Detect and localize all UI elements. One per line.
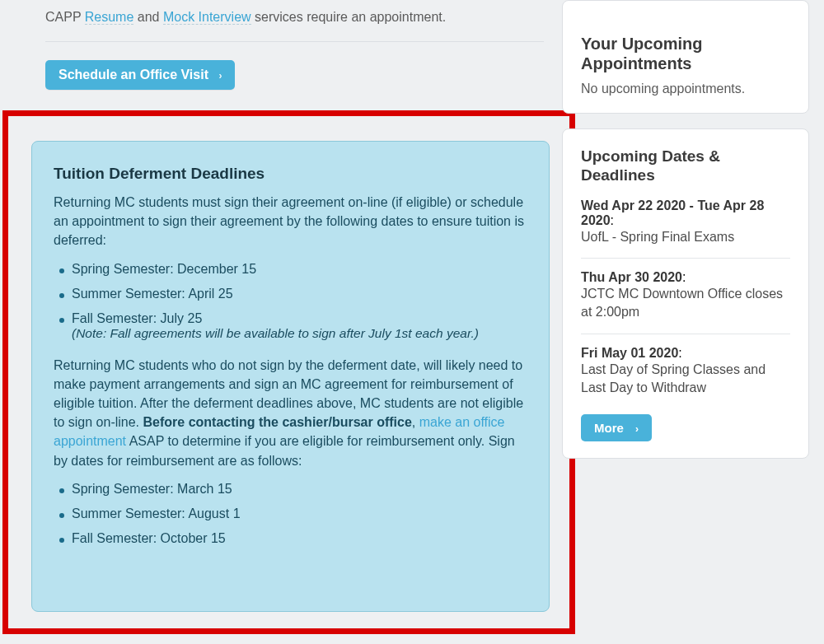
intro-text: CAPP Resume and Mock Interview services …: [45, 10, 544, 25]
colon: :: [682, 270, 686, 284]
panel-heading: Tuition Deferment Deadlines: [54, 165, 527, 183]
deadline-date: Wed Apr 22 2020 - Tue Apr 28 2020: [581, 198, 764, 227]
mock-interview-link[interactable]: Mock Interview: [163, 10, 251, 25]
intro-prefix: CAPP: [45, 10, 85, 24]
list-item-note: (Note: Fall agreements will be available…: [72, 326, 527, 341]
more-button-label: More: [594, 421, 624, 435]
colon: :: [678, 346, 681, 360]
list-item: Summer Semester: April 25: [54, 287, 527, 301]
list-item: Fall Semester: July 25 (Note: Fall agree…: [54, 311, 527, 341]
intro-suffix: services require an appointment.: [251, 10, 447, 24]
list-item: Fall Semester: October 15: [54, 531, 527, 546]
upcoming-deadlines-card: Upcoming Dates & Deadlines Wed Apr 22 20…: [562, 128, 809, 459]
list-item-text: Fall Semester: July 25: [72, 311, 202, 325]
deadline-date: Fri May 01 2020: [581, 346, 678, 360]
main-column: CAPP Resume and Mock Interview services …: [45, 0, 544, 90]
chevron-right-icon: ›: [635, 423, 639, 435]
deadline-item: Fri May 01 2020: Last Day of Spring Clas…: [581, 334, 790, 409]
schedule-office-visit-button[interactable]: Schedule an Office Visit ›: [45, 60, 235, 90]
chevron-right-icon: ›: [218, 70, 222, 82]
panel-second-paragraph: Returning MC students who do not sign by…: [54, 356, 527, 470]
list-item: Spring Semester: March 15: [54, 482, 527, 497]
appointments-empty-text: No upcoming appointments.: [581, 82, 790, 96]
panel-intro-paragraph: Returning MC students must sign their ag…: [54, 193, 527, 250]
sidebar: Your Upcoming Appointments No upcoming a…: [562, 0, 809, 474]
list-item: Spring Semester: December 15: [54, 262, 527, 277]
highlight-box: Tuition Deferment Deadlines Returning MC…: [2, 110, 575, 634]
upcoming-appointments-card: Your Upcoming Appointments No upcoming a…: [562, 0, 809, 114]
resume-link[interactable]: Resume: [85, 10, 134, 25]
deadlines-heading: Upcoming Dates & Deadlines: [581, 147, 790, 185]
schedule-button-label: Schedule an Office Visit: [59, 68, 208, 82]
appointments-heading: Your Upcoming Appointments: [581, 34, 790, 73]
reimbursement-deadlines-list: Spring Semester: March 15 Summer Semeste…: [54, 482, 527, 546]
colon: :: [611, 213, 614, 227]
tuition-deferment-panel: Tuition Deferment Deadlines Returning MC…: [31, 141, 550, 612]
divider: [45, 41, 544, 42]
deadline-item: Wed Apr 22 2020 - Tue Apr 28 2020: UofL …: [581, 194, 790, 258]
deadline-desc: JCTC MC Downtown Office closes at 2:00pm: [581, 285, 790, 322]
deadlines-list: Wed Apr 22 2020 - Tue Apr 28 2020: UofL …: [581, 194, 790, 409]
list-item: Summer Semester: August 1: [54, 506, 527, 521]
deadline-desc: Last Day of Spring Classes and Last Day …: [581, 361, 790, 398]
more-button[interactable]: More ›: [581, 414, 652, 441]
deadline-date: Thu Apr 30 2020: [581, 270, 682, 284]
deadline-desc: UofL - Spring Final Exams: [581, 228, 790, 246]
para2-bold: Before contacting the cashier/bursar off…: [143, 415, 412, 429]
deadline-item: Thu Apr 30 2020: JCTC MC Downtown Office…: [581, 258, 790, 334]
deferment-deadlines-list: Spring Semester: December 15 Summer Seme…: [54, 262, 527, 341]
para2-b: ,: [412, 415, 419, 429]
intro-mid: and: [133, 10, 163, 24]
